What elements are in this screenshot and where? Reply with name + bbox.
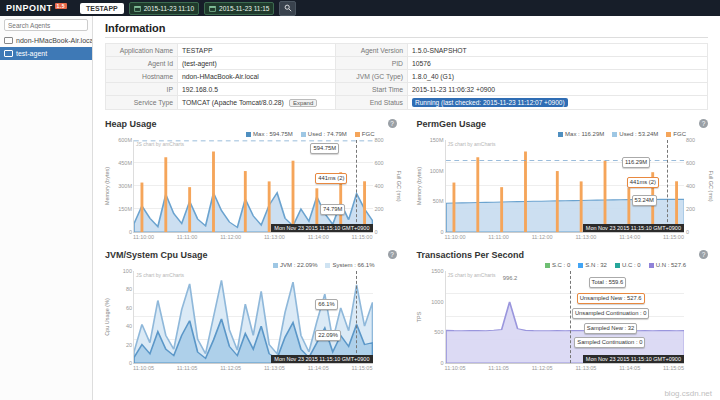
legend-item[interactable]: Max : 116.29M <box>558 131 604 137</box>
help-icon[interactable]: ? <box>699 119 708 128</box>
legend-item[interactable]: JVM : 22.09% <box>273 262 317 268</box>
chart-callout: 116.29M <box>622 157 650 168</box>
legend-swatch <box>649 263 654 268</box>
chart-legend: JVM : 22.09%System : 66.1% <box>105 261 375 269</box>
y-axis-label: Cpu Usage (%) <box>104 298 110 336</box>
legend-item[interactable]: Max : 594.75M <box>246 131 293 137</box>
date-to-input[interactable]: 2015-11-23 11:15 <box>204 2 274 15</box>
chart-permgen-usage: PermGen Usage ? Max : 116.29MUsed : 53.2… <box>417 117 709 240</box>
application-selector[interactable]: TESTAPP <box>80 3 124 14</box>
x-axis-tick: 11:11:00 <box>488 234 509 240</box>
x-axis: 11:10:0011:11:0011:12:0011:13:0011:14:00… <box>133 234 373 240</box>
x-axis: 11:10:0511:11:0511:12:0511:13:0511:14:05… <box>445 365 685 371</box>
x-axis-tick: 11:12:00 <box>220 234 241 240</box>
chart-plot-area[interactable]: JS chart by amCharts 020406080100Cpu Usa… <box>133 271 373 364</box>
info-label: Agent Version <box>336 44 408 57</box>
info-value: 192.168.0.5 <box>178 83 336 96</box>
top-navigation-bar: PINPOINT 1.5 TESTAPP 2015-11-23 11:10 20… <box>0 0 720 16</box>
legend-item[interactable]: FGC <box>355 131 375 137</box>
chart-plot-area[interactable]: JS chart by amCharts 050M100M150M0200400… <box>445 140 685 233</box>
legend-swatch <box>273 263 278 268</box>
info-label: Service Type <box>106 96 178 110</box>
chart-callout: 441ms (2) <box>627 177 659 188</box>
agent-sidebar: ndon-HMacBook-Air.local test-agent <box>0 16 93 400</box>
y-axis-tick: 100M <box>422 168 444 174</box>
info-value: ndon-HMacBook-Air.local <box>178 70 336 83</box>
y-axis-tick: 1000 <box>422 299 444 305</box>
y-axis-tick: 100 <box>110 268 132 274</box>
legend-item[interactable]: Used : 74.79M <box>301 131 347 137</box>
y-axis-tick: 20 <box>110 342 132 348</box>
x-axis-tick: 11:10:00 <box>133 234 154 240</box>
y-axis-label: Memory (bytes) <box>104 167 110 205</box>
chart-callout: 594.75M <box>310 143 339 154</box>
info-label: Agent Id <box>106 57 178 70</box>
chart-plot-area[interactable]: JS chart by amCharts 0150M300M450M600M02… <box>133 140 373 233</box>
legend-item[interactable]: FGC <box>666 131 686 137</box>
x-axis-tick: 11:13:05 <box>264 365 285 371</box>
chart-heap-usage: Heap Usage ? Max : 594.75MUsed : 74.79MF… <box>105 117 397 240</box>
chart-annotation: 996.2 <box>503 275 518 281</box>
legend-swatch <box>612 132 617 137</box>
x-axis-tick: 11:15:05 <box>663 365 684 371</box>
search-button[interactable] <box>279 1 296 16</box>
pinpoint-logo[interactable]: PINPOINT 1.5 <box>6 3 67 13</box>
chart-plot-area[interactable]: JS chart by amCharts 050010001500TPSTota… <box>445 271 685 364</box>
amcharts-credit: JS chart by amCharts <box>136 141 184 147</box>
chart-callout: 53.24M <box>632 195 657 206</box>
x-axis-tick: 11:14:00 <box>308 234 329 240</box>
legend-item[interactable]: U.N : 527.6 <box>649 262 686 268</box>
y-axis-tick: 0 <box>686 229 708 235</box>
legend-item[interactable]: System : 66.1% <box>325 262 374 268</box>
legend-item[interactable]: U.C : 0 <box>615 262 641 268</box>
info-value: Running (last checked: 2015-11-23 11:12:… <box>408 96 708 110</box>
info-value: 2015-11-23 11:06:32 +0900 <box>408 83 708 96</box>
chart-transactions-per-second: Transactions Per Second ? S.C : 0S.N : 3… <box>417 248 709 371</box>
help-icon[interactable]: ? <box>388 119 397 128</box>
info-label: IP <box>106 83 178 96</box>
charts-grid: Heap Usage ? Max : 594.75MUsed : 74.79MF… <box>105 117 708 371</box>
y-axis-tick: 200 <box>686 206 708 212</box>
x-axis-tick: 11:15:00 <box>663 234 684 240</box>
y-axis-tick: 500 <box>422 329 444 335</box>
expand-button[interactable]: Expand <box>289 99 317 107</box>
legend-swatch <box>325 263 330 268</box>
amcharts-credit: JS chart by amCharts <box>136 272 184 278</box>
info-value: 10576 <box>408 57 708 70</box>
legend-item[interactable]: S.C : 0 <box>545 262 570 268</box>
x-axis-tick: 11:12:05 <box>220 365 241 371</box>
info-value: TOMCAT (Apache Tomcat/8.0.28)Expand <box>178 96 336 110</box>
chart-callout: 66.1% <box>315 299 337 310</box>
help-icon[interactable]: ? <box>699 250 708 259</box>
legend-item[interactable]: S.N : 32 <box>578 262 607 268</box>
chart-canvas <box>134 140 373 232</box>
legend-swatch <box>545 263 550 268</box>
inspector-main: Information Application NameTESTAPPAgent… <box>93 16 720 400</box>
chart-title: PermGen Usage <box>417 119 487 129</box>
y-axis-tick: 80 <box>110 286 132 292</box>
chart-title: JVM/System Cpu Usage <box>105 250 208 260</box>
y-axis-tick: 60 <box>110 305 132 311</box>
y-axis-tick: 0 <box>110 229 132 235</box>
y-axis-tick: 50M <box>422 198 444 204</box>
chart-callout: Total : 559.6 <box>589 277 627 288</box>
y-axis-tick: 0 <box>422 229 444 235</box>
chart-callout: Sampled New : 32 <box>584 323 637 334</box>
agent-group-item[interactable]: ndon-HMacBook-Air.local <box>0 34 92 47</box>
x-axis-tick: 11:11:05 <box>488 365 509 371</box>
y-axis-tick: 150M <box>110 206 132 212</box>
chart-cpu-usage: JVM/System Cpu Usage ? JVM : 22.09%Syste… <box>105 248 397 371</box>
x-axis-tick: 11:10:00 <box>445 234 466 240</box>
info-label: Start Time <box>336 83 408 96</box>
legend-item[interactable]: Used : 53.24M <box>612 131 658 137</box>
y-axis-tick: 300M <box>110 183 132 189</box>
calendar-icon <box>209 5 216 12</box>
agent-search-input[interactable] <box>4 19 88 31</box>
info-label: JVM (GC Type) <box>336 70 408 83</box>
info-row: Agent Id(test-agent)PID10576 <box>106 57 708 70</box>
chart-legend: S.C : 0S.N : 32U.C : 0U.N : 527.6 <box>417 261 687 269</box>
agent-item-selected[interactable]: test-agent <box>0 47 92 60</box>
help-icon[interactable]: ? <box>388 250 397 259</box>
y-axis-label: Memory (bytes) <box>416 167 422 205</box>
date-from-input[interactable]: 2015-11-23 11:10 <box>129 2 199 15</box>
